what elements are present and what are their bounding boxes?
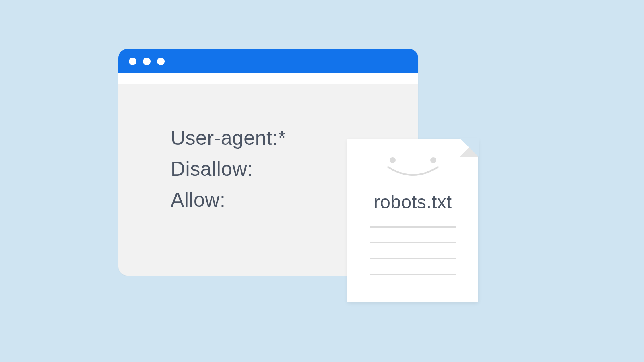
file-text-line [370, 242, 456, 243]
file-text-line [370, 258, 456, 259]
file-folded-corner-icon [460, 139, 478, 157]
window-control-dot [143, 58, 151, 65]
file-document: robots.txt [347, 139, 478, 302]
address-bar [118, 73, 418, 84]
window-titlebar [118, 49, 418, 73]
window-control-dot [129, 58, 136, 65]
eye-icon [390, 157, 396, 163]
file-name-label: robots.txt [347, 191, 478, 213]
window-control-dot [157, 58, 165, 65]
file-text-line [370, 274, 456, 275]
file-content-lines [370, 226, 456, 289]
eye-icon [430, 157, 436, 163]
file-text-line [370, 226, 456, 228]
smiley-face-icon [377, 154, 449, 182]
smile-icon [385, 164, 441, 185]
